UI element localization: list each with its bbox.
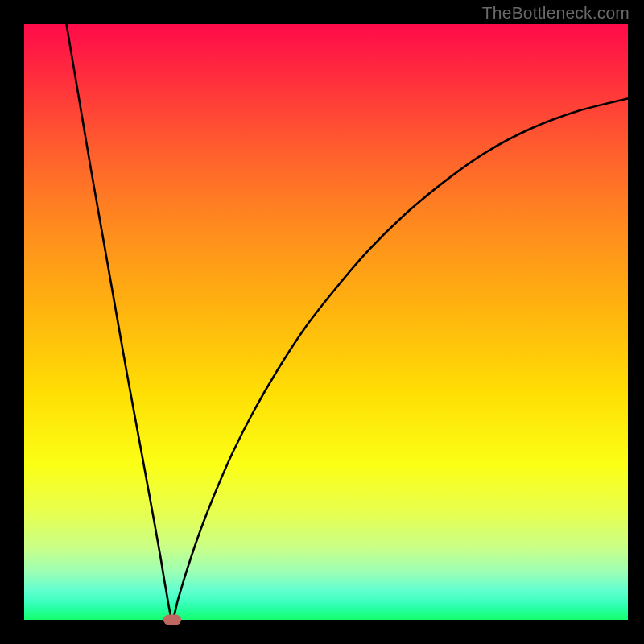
plot-area [24,24,628,620]
watermark-text: TheBottleneck.com [482,3,630,23]
optimal-marker [163,615,181,625]
bottleneck-curve [24,24,628,620]
chart-frame: TheBottleneck.com [0,0,644,644]
